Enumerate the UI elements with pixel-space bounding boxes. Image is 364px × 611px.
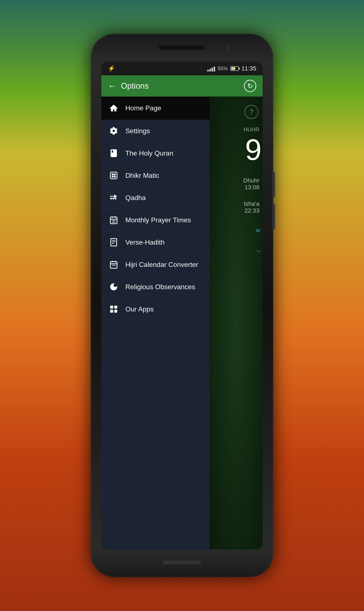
volume-up-button[interactable]	[272, 172, 275, 197]
hijri-icon	[108, 259, 119, 271]
nav-item-home-page[interactable]: Home Page	[101, 97, 209, 120]
battery-icon: ⚡	[230, 66, 239, 71]
help-button[interactable]: ?	[245, 105, 258, 119]
nav-item-qadha[interactable]: Qadha	[101, 187, 209, 209]
refresh-button[interactable]: ↻	[244, 80, 256, 92]
phone-screen: ⚡ 55% ⚡ 11:35 ← Options	[101, 62, 263, 549]
asr-label: ar	[256, 227, 260, 234]
verse-hadith-icon	[108, 236, 119, 248]
qadha-icon	[108, 192, 119, 204]
app-title: Options	[121, 81, 244, 91]
nav-item-our-apps[interactable]: Our Apps	[101, 298, 209, 320]
status-bar: ⚡ 55% ⚡ 11:35	[101, 62, 263, 75]
svg-marker-6	[114, 195, 117, 198]
settings-icon	[108, 125, 119, 137]
signal-bar-3	[211, 68, 213, 71]
nav-label-verse-hadith: Verse-Hadith	[125, 238, 165, 246]
svg-rect-1	[112, 174, 113, 175]
nav-drawer: Home Page Settings The Holy Quran	[101, 97, 209, 549]
nav-label-hijri-converter: Hijri Calendar Converter	[125, 261, 198, 269]
help-icon: ?	[250, 108, 253, 116]
nav-item-monthly-prayer-times[interactable]: Monthly Prayer Times	[101, 209, 209, 231]
content-area: Home Page Settings The Holy Quran	[101, 97, 263, 549]
ishaa-time: 22:33	[244, 207, 260, 214]
svg-rect-27	[114, 306, 117, 308]
svg-point-7	[110, 198, 112, 199]
nav-label-holy-quran: The Holy Quran	[125, 149, 173, 157]
svg-rect-28	[110, 310, 113, 312]
dhuhr-label: Dhuhr	[243, 177, 260, 184]
svg-point-8	[112, 198, 114, 199]
svg-rect-2	[114, 174, 115, 175]
stars-text: **	[257, 249, 260, 255]
right-content-panel: ? HUHR 9 Dhuhr 13:08 Isha'a 22:33 ar **	[209, 97, 263, 549]
svg-rect-10	[110, 217, 117, 224]
svg-rect-20	[110, 261, 117, 268]
volume-down-button[interactable]	[272, 204, 275, 229]
dhuhr-time: 13:08	[243, 184, 260, 191]
nav-label-qadha: Qadha	[125, 194, 146, 202]
svg-point-9	[115, 198, 116, 199]
apps-icon	[108, 303, 119, 315]
nav-label-religious-observances: Religious Observances	[125, 283, 195, 291]
nav-label-settings: Settings	[125, 127, 150, 135]
prayer-times-icon	[108, 214, 119, 226]
svg-rect-26	[110, 306, 113, 308]
ishaa-info: Isha'a 22:33	[244, 200, 260, 214]
svg-rect-16	[111, 239, 117, 246]
nav-item-verse-hadith[interactable]: Verse-Hadith	[101, 231, 209, 254]
svg-rect-0	[110, 172, 117, 179]
big-number: 9	[245, 133, 261, 167]
nav-item-holy-quran[interactable]: The Holy Quran	[101, 142, 209, 164]
nav-item-dhikr-matic[interactable]: Dhikr Matic	[101, 164, 209, 187]
ishaa-label: Isha'a	[244, 200, 260, 207]
nav-label-our-apps: Our Apps	[125, 305, 154, 313]
svg-rect-29	[114, 310, 117, 312]
refresh-icon: ↻	[247, 82, 253, 90]
status-left: ⚡	[108, 65, 115, 72]
status-time: 11:35	[241, 65, 256, 72]
signal-bar-4	[214, 67, 215, 71]
back-button[interactable]: ←	[108, 81, 117, 91]
nav-item-settings[interactable]: Settings	[101, 120, 209, 142]
nav-label-home-page: Home Page	[125, 104, 161, 112]
svg-rect-4	[114, 176, 115, 177]
signal-bar-1	[207, 70, 209, 71]
dhikr-icon	[108, 170, 119, 182]
nav-label-dhikr-matic: Dhikr Matic	[125, 172, 159, 180]
battery-bolt: ⚡	[233, 66, 237, 70]
prayer-label-huhr: HUHR	[244, 126, 260, 133]
nav-item-religious-observances[interactable]: Religious Observances	[101, 276, 209, 298]
quran-icon	[108, 147, 119, 159]
status-right: 55% ⚡ 11:35	[207, 65, 256, 72]
svg-rect-3	[112, 176, 113, 177]
usb-icon: ⚡	[108, 65, 115, 72]
nav-item-hijri-converter[interactable]: Hijri Calendar Converter	[101, 254, 209, 276]
signal-bars	[207, 65, 215, 71]
phone-device: ⚡ 55% ⚡ 11:35 ← Options	[91, 34, 273, 577]
phone-home-button[interactable]	[163, 560, 201, 564]
phone-speaker	[159, 46, 205, 50]
battery-percent: 55%	[218, 65, 228, 71]
dhuhr-info: Dhuhr 13:08	[243, 177, 260, 191]
phone-camera	[226, 46, 231, 50]
nav-label-monthly-prayer-times: Monthly Prayer Times	[125, 216, 191, 224]
home-icon	[108, 102, 119, 114]
moon-icon	[108, 281, 119, 293]
signal-bar-2	[209, 69, 211, 71]
app-bar: ← Options ↻	[101, 75, 263, 97]
